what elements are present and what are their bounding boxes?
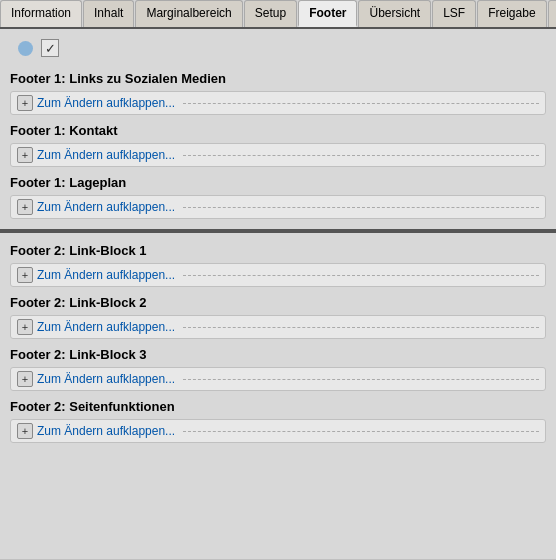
collapse-link-s1-1[interactable]: Zum Ändern aufklappen...: [37, 148, 175, 162]
expand-btn-s1-0[interactable]: +: [17, 95, 33, 111]
collapse-link-s2-0[interactable]: Zum Ändern aufklappen...: [37, 268, 175, 282]
expand-btn-s1-1[interactable]: +: [17, 147, 33, 163]
group-block-s1-2: Footer 1: Lageplan+Zum Ändern aufklappen…: [10, 175, 546, 219]
collapse-link-s2-2[interactable]: Zum Ändern aufklappen...: [37, 372, 175, 386]
section-divider: [0, 229, 556, 233]
footer-enable-row: [10, 39, 546, 57]
section-label-s1-2: Footer 1: Lageplan: [10, 175, 546, 190]
collapsible-row-s2-0: +Zum Ändern aufklappen...: [10, 263, 546, 287]
expand-btn-s2-0[interactable]: +: [17, 267, 33, 283]
collapse-link-s1-0[interactable]: Zum Ändern aufklappen...: [37, 96, 175, 110]
tab-information[interactable]: Information: [0, 0, 82, 27]
section-group-1: Footer 1: Links zu Sozialen Medien+Zum Ä…: [10, 71, 546, 219]
group-block-s1-1: Footer 1: Kontakt+Zum Ändern aufklappen.…: [10, 123, 546, 167]
dashed-line-s2-3: [183, 431, 539, 432]
group-block-s2-3: Footer 2: Seitenfunktionen+Zum Ändern au…: [10, 399, 546, 443]
tab-meta[interactable]: Meta: [548, 0, 556, 27]
tab-footer[interactable]: Footer: [298, 0, 357, 27]
tab-lsf[interactable]: LSF: [432, 0, 476, 27]
dashed-line-s2-0: [183, 275, 539, 276]
dashed-line-s2-1: [183, 327, 539, 328]
dashed-line-s1-1: [183, 155, 539, 156]
collapse-link-s1-2[interactable]: Zum Ändern aufklappen...: [37, 200, 175, 214]
group-block-s2-1: Footer 2: Link-Block 2+Zum Ändern aufkla…: [10, 295, 546, 339]
tab--bersicht[interactable]: Übersicht: [358, 0, 431, 27]
section-label-s2-2: Footer 2: Link-Block 3: [10, 347, 546, 362]
expand-btn-s2-3[interactable]: +: [17, 423, 33, 439]
collapse-link-s2-3[interactable]: Zum Ändern aufklappen...: [37, 424, 175, 438]
collapsible-row-s1-2: +Zum Ändern aufklappen...: [10, 195, 546, 219]
dashed-line-s1-0: [183, 103, 539, 104]
expand-btn-s1-2[interactable]: +: [17, 199, 33, 215]
collapsible-row-s2-3: +Zum Ändern aufklappen...: [10, 419, 546, 443]
section-label-s2-1: Footer 2: Link-Block 2: [10, 295, 546, 310]
collapsible-row-s2-2: +Zum Ändern aufklappen...: [10, 367, 546, 391]
dashed-line-s1-2: [183, 207, 539, 208]
expand-btn-s2-2[interactable]: +: [17, 371, 33, 387]
collapsible-row-s2-1: +Zum Ändern aufklappen...: [10, 315, 546, 339]
footer-enable-checkbox[interactable]: [41, 39, 59, 57]
dashed-line-s2-2: [183, 379, 539, 380]
main-content: Footer 1: Links zu Sozialen Medien+Zum Ä…: [0, 29, 556, 559]
tab-marginalbereich[interactable]: Marginalbereich: [135, 0, 242, 27]
collapse-link-s2-1[interactable]: Zum Ändern aufklappen...: [37, 320, 175, 334]
section-label-s2-0: Footer 2: Link-Block 1: [10, 243, 546, 258]
section-label-s2-3: Footer 2: Seitenfunktionen: [10, 399, 546, 414]
expand-btn-s2-1[interactable]: +: [17, 319, 33, 335]
section-group-2: Footer 2: Link-Block 1+Zum Ändern aufkla…: [10, 243, 546, 443]
tab-inhalt[interactable]: Inhalt: [83, 0, 134, 27]
collapsible-row-s1-1: +Zum Ändern aufklappen...: [10, 143, 546, 167]
group-block-s2-0: Footer 2: Link-Block 1+Zum Ändern aufkla…: [10, 243, 546, 287]
help-icon[interactable]: [18, 41, 33, 56]
section-label-s1-1: Footer 1: Kontakt: [10, 123, 546, 138]
collapsible-row-s1-0: +Zum Ändern aufklappen...: [10, 91, 546, 115]
group-block-s2-2: Footer 2: Link-Block 3+Zum Ändern aufkla…: [10, 347, 546, 391]
section-label-s1-0: Footer 1: Links zu Sozialen Medien: [10, 71, 546, 86]
tab-setup[interactable]: Setup: [244, 0, 297, 27]
group-block-s1-0: Footer 1: Links zu Sozialen Medien+Zum Ä…: [10, 71, 546, 115]
tab-freigabe[interactable]: Freigabe: [477, 0, 546, 27]
tab-bar: InformationInhaltMarginalbereichSetupFoo…: [0, 0, 556, 29]
